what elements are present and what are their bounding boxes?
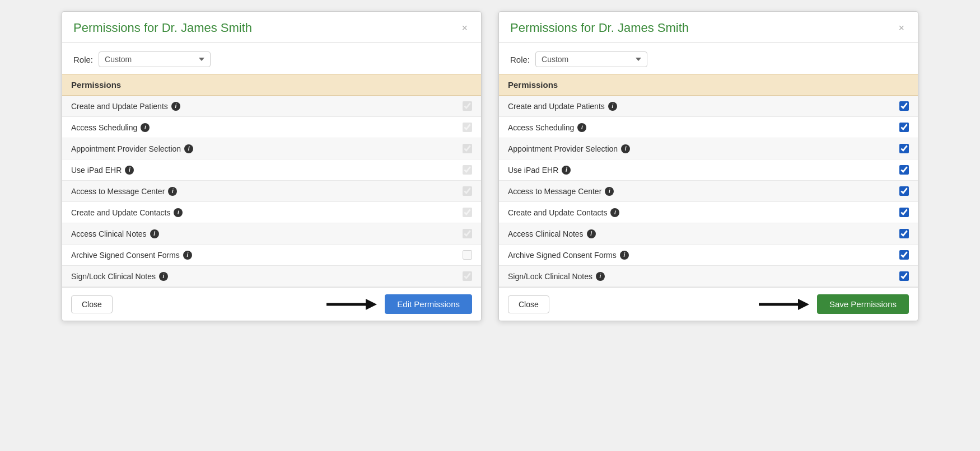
- checkbox-cell[interactable]: [899, 229, 909, 238]
- checkbox-cell: [463, 271, 472, 281]
- permission-label: Appointment Provider Selection i: [71, 144, 193, 153]
- table-row: Create and Update Contacts i: [62, 202, 481, 223]
- table-row: Appointment Provider Selection i: [499, 138, 918, 159]
- left-role-select[interactable]: Custom Admin Doctor Staff Read Only: [99, 51, 211, 67]
- checkbox-cell[interactable]: [899, 123, 909, 132]
- right-permissions-table: Permissions Create and Update Patients i…: [499, 74, 918, 287]
- permission-label: Access Clinical Notes i: [508, 229, 596, 238]
- checkbox-cell[interactable]: [899, 165, 909, 175]
- checkbox-cell: [463, 186, 472, 196]
- info-icon: i: [184, 144, 193, 153]
- svg-marker-1: [366, 299, 377, 310]
- permission-label: Archive Signed Consent Forms i: [508, 251, 629, 260]
- permission-checkbox[interactable]: [899, 250, 909, 260]
- permission-checkbox[interactable]: [899, 123, 909, 132]
- info-icon: i: [141, 123, 150, 132]
- right-footer-actions: Save Permissions: [759, 294, 909, 314]
- right-permissions-header: Permissions: [499, 74, 918, 96]
- permission-label: Access to Message Center i: [508, 187, 614, 196]
- permission-checkbox: [463, 271, 472, 281]
- table-row: Access to Message Center i: [62, 181, 481, 202]
- right-dialog-footer: Close Save Permissions: [499, 287, 918, 321]
- permission-checkbox[interactable]: [899, 144, 909, 153]
- right-close-x-button[interactable]: ×: [896, 23, 907, 33]
- save-permissions-button[interactable]: Save Permissions: [817, 294, 909, 314]
- checkbox-cell[interactable]: [899, 208, 909, 217]
- right-role-row: Role: Custom Admin Doctor Staff Read Onl…: [499, 43, 918, 74]
- table-row: Archive Signed Consent Forms i: [62, 245, 481, 266]
- permission-label: Access to Message Center i: [71, 187, 177, 196]
- permission-label: Sign/Lock Clinical Notes i: [71, 272, 168, 281]
- info-icon: i: [171, 102, 180, 111]
- info-icon: i: [183, 251, 192, 260]
- info-icon: i: [577, 123, 586, 132]
- permission-checkbox[interactable]: [899, 271, 909, 281]
- left-close-x-button[interactable]: ×: [459, 23, 470, 33]
- table-row: Create and Update Contacts i: [499, 202, 918, 223]
- svg-marker-3: [798, 299, 809, 310]
- left-role-label: Role:: [73, 55, 93, 64]
- left-permissions-table: Permissions Create and Update Patients i…: [62, 74, 481, 287]
- permission-checkbox: [463, 208, 472, 217]
- table-row: Access to Message Center i: [499, 181, 918, 202]
- checkbox-cell: [463, 250, 472, 260]
- permission-label: Create and Update Contacts i: [508, 208, 619, 217]
- permission-label: Access Clinical Notes i: [71, 229, 159, 238]
- checkbox-cell: [463, 101, 472, 111]
- checkbox-cell[interactable]: [899, 101, 909, 111]
- info-icon: i: [587, 229, 596, 238]
- table-row: Use iPad EHR i: [499, 159, 918, 181]
- permission-label: Create and Update Contacts i: [71, 208, 183, 217]
- info-icon: i: [610, 208, 619, 217]
- checkbox-cell: [463, 144, 472, 153]
- info-icon: i: [608, 102, 617, 111]
- edit-permissions-button[interactable]: Edit Permissions: [385, 294, 472, 314]
- info-icon: i: [168, 187, 177, 196]
- right-arrow-icon: [759, 296, 809, 313]
- table-row: Sign/Lock Clinical Notes i: [499, 266, 918, 287]
- table-row: Access Scheduling i: [62, 117, 481, 138]
- checkbox-cell[interactable]: [899, 186, 909, 196]
- permission-label: Create and Update Patients i: [71, 102, 180, 111]
- table-row: Create and Update Patients i: [499, 96, 918, 117]
- left-close-button[interactable]: Close: [71, 295, 113, 313]
- permission-checkbox: [463, 101, 472, 111]
- info-icon: i: [150, 229, 159, 238]
- permission-label: Access Scheduling i: [71, 123, 150, 132]
- permission-checkbox[interactable]: [899, 165, 909, 175]
- right-role-select[interactable]: Custom Admin Doctor Staff Read Only: [535, 51, 647, 67]
- left-arrow-icon: [326, 296, 377, 313]
- table-row: Sign/Lock Clinical Notes i: [62, 266, 481, 287]
- right-role-label: Role:: [510, 55, 530, 64]
- permission-checkbox[interactable]: [899, 208, 909, 217]
- permission-checkbox: [463, 229, 472, 238]
- left-permissions-header: Permissions: [62, 74, 481, 96]
- checkbox-cell[interactable]: [899, 250, 909, 260]
- permission-checkbox[interactable]: [899, 101, 909, 111]
- left-dialog-footer: Close Edit Permissions: [62, 287, 481, 321]
- permission-checkbox: [463, 250, 472, 260]
- checkbox-cell[interactable]: [899, 144, 909, 153]
- info-icon: i: [620, 251, 629, 260]
- permission-checkbox: [463, 123, 472, 132]
- left-footer-actions: Edit Permissions: [326, 294, 472, 314]
- info-icon: i: [605, 187, 614, 196]
- info-icon: i: [174, 208, 183, 217]
- permission-checkbox[interactable]: [899, 229, 909, 238]
- left-dialog: Permissions for Dr. James Smith × Role: …: [62, 11, 482, 321]
- right-dialog-title: Permissions for Dr. James Smith: [510, 21, 689, 35]
- permission-label: Appointment Provider Selection i: [508, 144, 630, 153]
- permission-checkbox: [463, 186, 472, 196]
- checkbox-cell[interactable]: [899, 271, 909, 281]
- permission-label: Use iPad EHR i: [71, 166, 134, 175]
- permission-label: Sign/Lock Clinical Notes i: [508, 272, 605, 281]
- right-close-button[interactable]: Close: [508, 295, 549, 313]
- table-row: Access Clinical Notes i: [62, 223, 481, 245]
- checkbox-cell: [463, 229, 472, 238]
- info-icon: i: [596, 272, 605, 281]
- permission-checkbox[interactable]: [899, 186, 909, 196]
- checkbox-cell: [463, 208, 472, 217]
- left-dialog-title: Permissions for Dr. James Smith: [73, 21, 252, 35]
- permission-label: Archive Signed Consent Forms i: [71, 251, 192, 260]
- table-row: Appointment Provider Selection i: [62, 138, 481, 159]
